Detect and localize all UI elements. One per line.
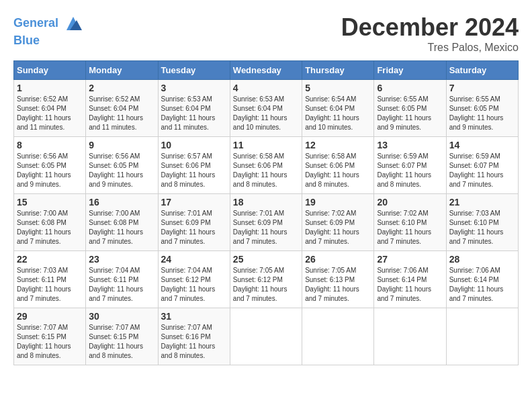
- day-info: Sunrise: 6:52 AM Sunset: 6:04 PM Dayligh…: [17, 95, 83, 132]
- calendar-day-7: 7 Sunrise: 6:55 AM Sunset: 6:05 PM Dayli…: [446, 80, 518, 137]
- day-header-saturday: Saturday: [446, 61, 518, 80]
- day-info: Sunrise: 7:00 AM Sunset: 6:08 PM Dayligh…: [17, 209, 83, 246]
- day-number: 2: [89, 83, 154, 93]
- day-info: Sunrise: 6:56 AM Sunset: 6:05 PM Dayligh…: [17, 152, 83, 189]
- day-number: 25: [233, 254, 299, 265]
- day-info: Sunrise: 6:55 AM Sunset: 6:05 PM Dayligh…: [449, 95, 515, 132]
- day-number: 16: [89, 197, 154, 208]
- day-number: 6: [377, 83, 443, 93]
- calendar-day-3: 3 Sunrise: 6:53 AM Sunset: 6:04 PM Dayli…: [158, 80, 230, 137]
- day-info: Sunrise: 6:53 AM Sunset: 6:04 PM Dayligh…: [233, 95, 299, 132]
- day-info: Sunrise: 6:59 AM Sunset: 6:07 PM Dayligh…: [377, 152, 443, 189]
- logo-general: General: [13, 16, 58, 30]
- empty-cell: [374, 308, 446, 365]
- day-number: 26: [305, 254, 371, 265]
- calendar-day-14: 14 Sunrise: 6:59 AM Sunset: 6:07 PM Dayl…: [446, 137, 518, 194]
- calendar-week-4: 22 Sunrise: 7:03 AM Sunset: 6:11 PM Dayl…: [14, 251, 519, 308]
- calendar-day-12: 12 Sunrise: 6:58 AM Sunset: 6:06 PM Dayl…: [302, 137, 374, 194]
- day-info: Sunrise: 7:05 AM Sunset: 6:13 PM Dayligh…: [305, 266, 371, 304]
- calendar-day-25: 25 Sunrise: 7:05 AM Sunset: 6:12 PM Dayl…: [230, 251, 302, 308]
- calendar-day-27: 27 Sunrise: 7:06 AM Sunset: 6:14 PM Dayl…: [374, 251, 446, 308]
- calendar-day-4: 4 Sunrise: 6:53 AM Sunset: 6:04 PM Dayli…: [230, 80, 302, 137]
- calendar-day-21: 21 Sunrise: 7:03 AM Sunset: 6:10 PM Dayl…: [446, 194, 518, 251]
- calendar-week-3: 15 Sunrise: 7:00 AM Sunset: 6:08 PM Dayl…: [14, 194, 519, 251]
- header-row: SundayMondayTuesdayWednesdayThursdayFrid…: [14, 61, 519, 80]
- empty-cell: [302, 308, 374, 365]
- title-section: December 2024 Tres Palos, Mexico: [341, 13, 519, 54]
- day-number: 29: [17, 311, 83, 322]
- calendar-day-9: 9 Sunrise: 6:56 AM Sunset: 6:05 PM Dayli…: [86, 137, 158, 194]
- calendar-day-16: 16 Sunrise: 7:00 AM Sunset: 6:08 PM Dayl…: [86, 194, 158, 251]
- calendar-day-6: 6 Sunrise: 6:55 AM Sunset: 6:05 PM Dayli…: [374, 80, 446, 137]
- month-title: December 2024: [341, 13, 519, 42]
- logo-text: General: [13, 13, 83, 34]
- day-number: 30: [89, 311, 154, 322]
- day-info: Sunrise: 7:04 AM Sunset: 6:12 PM Dayligh…: [161, 266, 227, 304]
- day-header-sunday: Sunday: [14, 61, 86, 80]
- calendar-day-15: 15 Sunrise: 7:00 AM Sunset: 6:08 PM Dayl…: [14, 194, 86, 251]
- calendar-day-29: 29 Sunrise: 7:07 AM Sunset: 6:15 PM Dayl…: [14, 308, 86, 365]
- calendar-day-8: 8 Sunrise: 6:56 AM Sunset: 6:05 PM Dayli…: [14, 137, 86, 194]
- day-number: 8: [17, 140, 83, 150]
- day-number: 9: [89, 140, 154, 150]
- day-info: Sunrise: 7:07 AM Sunset: 6:15 PM Dayligh…: [89, 323, 154, 361]
- logo: General Blue: [13, 13, 83, 48]
- calendar-week-1: 1 Sunrise: 6:52 AM Sunset: 6:04 PM Dayli…: [14, 80, 519, 137]
- day-info: Sunrise: 7:07 AM Sunset: 6:16 PM Dayligh…: [161, 323, 227, 361]
- day-header-tuesday: Tuesday: [158, 61, 230, 80]
- day-info: Sunrise: 6:59 AM Sunset: 6:07 PM Dayligh…: [449, 152, 515, 189]
- day-number: 13: [377, 140, 443, 150]
- calendar-day-5: 5 Sunrise: 6:54 AM Sunset: 6:04 PM Dayli…: [302, 80, 374, 137]
- day-header-thursday: Thursday: [302, 61, 374, 80]
- day-info: Sunrise: 7:06 AM Sunset: 6:14 PM Dayligh…: [377, 266, 443, 304]
- empty-cell: [446, 308, 518, 365]
- day-info: Sunrise: 7:04 AM Sunset: 6:11 PM Dayligh…: [89, 266, 154, 304]
- day-info: Sunrise: 6:54 AM Sunset: 6:04 PM Dayligh…: [305, 95, 371, 132]
- day-info: Sunrise: 6:56 AM Sunset: 6:05 PM Dayligh…: [89, 152, 154, 189]
- calendar-day-24: 24 Sunrise: 7:04 AM Sunset: 6:12 PM Dayl…: [158, 251, 230, 308]
- day-info: Sunrise: 6:57 AM Sunset: 6:06 PM Dayligh…: [161, 152, 227, 189]
- day-number: 22: [17, 254, 83, 265]
- day-info: Sunrise: 6:53 AM Sunset: 6:04 PM Dayligh…: [161, 95, 227, 132]
- empty-cell: [230, 308, 302, 365]
- day-info: Sunrise: 7:05 AM Sunset: 6:12 PM Dayligh…: [233, 266, 299, 304]
- day-info: Sunrise: 6:58 AM Sunset: 6:06 PM Dayligh…: [305, 152, 371, 189]
- day-number: 21: [449, 197, 515, 208]
- day-info: Sunrise: 7:01 AM Sunset: 6:09 PM Dayligh…: [233, 209, 299, 246]
- calendar-day-19: 19 Sunrise: 7:02 AM Sunset: 6:09 PM Dayl…: [302, 194, 374, 251]
- day-number: 23: [89, 254, 154, 265]
- day-number: 10: [161, 140, 227, 150]
- day-number: 17: [161, 197, 227, 208]
- calendar-day-31: 31 Sunrise: 7:07 AM Sunset: 6:16 PM Dayl…: [158, 308, 230, 365]
- calendar-day-28: 28 Sunrise: 7:06 AM Sunset: 6:14 PM Dayl…: [446, 251, 518, 308]
- day-number: 15: [17, 197, 83, 208]
- calendar-day-20: 20 Sunrise: 7:02 AM Sunset: 6:10 PM Dayl…: [374, 194, 446, 251]
- day-number: 31: [161, 311, 227, 322]
- day-header-wednesday: Wednesday: [230, 61, 302, 80]
- day-number: 4: [233, 83, 299, 93]
- calendar-week-2: 8 Sunrise: 6:56 AM Sunset: 6:05 PM Dayli…: [14, 137, 519, 194]
- day-number: 19: [305, 197, 371, 208]
- calendar-day-11: 11 Sunrise: 6:58 AM Sunset: 6:06 PM Dayl…: [230, 137, 302, 194]
- day-info: Sunrise: 6:58 AM Sunset: 6:06 PM Dayligh…: [233, 152, 299, 189]
- calendar-day-30: 30 Sunrise: 7:07 AM Sunset: 6:15 PM Dayl…: [86, 308, 158, 365]
- day-info: Sunrise: 7:01 AM Sunset: 6:09 PM Dayligh…: [161, 209, 227, 246]
- calendar-day-17: 17 Sunrise: 7:01 AM Sunset: 6:09 PM Dayl…: [158, 194, 230, 251]
- calendar-day-26: 26 Sunrise: 7:05 AM Sunset: 6:13 PM Dayl…: [302, 251, 374, 308]
- day-info: Sunrise: 6:52 AM Sunset: 6:04 PM Dayligh…: [89, 95, 154, 132]
- day-info: Sunrise: 7:02 AM Sunset: 6:10 PM Dayligh…: [377, 209, 443, 246]
- day-info: Sunrise: 7:00 AM Sunset: 6:08 PM Dayligh…: [89, 209, 154, 246]
- day-info: Sunrise: 7:02 AM Sunset: 6:09 PM Dayligh…: [305, 209, 371, 246]
- calendar-day-18: 18 Sunrise: 7:01 AM Sunset: 6:09 PM Dayl…: [230, 194, 302, 251]
- calendar-day-22: 22 Sunrise: 7:03 AM Sunset: 6:11 PM Dayl…: [14, 251, 86, 308]
- day-number: 18: [233, 197, 299, 208]
- calendar-day-2: 2 Sunrise: 6:52 AM Sunset: 6:04 PM Dayli…: [86, 80, 158, 137]
- day-number: 3: [161, 83, 227, 93]
- day-number: 1: [17, 83, 83, 93]
- calendar-day-1: 1 Sunrise: 6:52 AM Sunset: 6:04 PM Dayli…: [14, 80, 86, 137]
- calendar-day-10: 10 Sunrise: 6:57 AM Sunset: 6:06 PM Dayl…: [158, 137, 230, 194]
- day-number: 24: [161, 254, 227, 265]
- day-number: 14: [449, 140, 515, 150]
- calendar-week-5: 29 Sunrise: 7:07 AM Sunset: 6:15 PM Dayl…: [14, 308, 519, 365]
- day-number: 27: [377, 254, 443, 265]
